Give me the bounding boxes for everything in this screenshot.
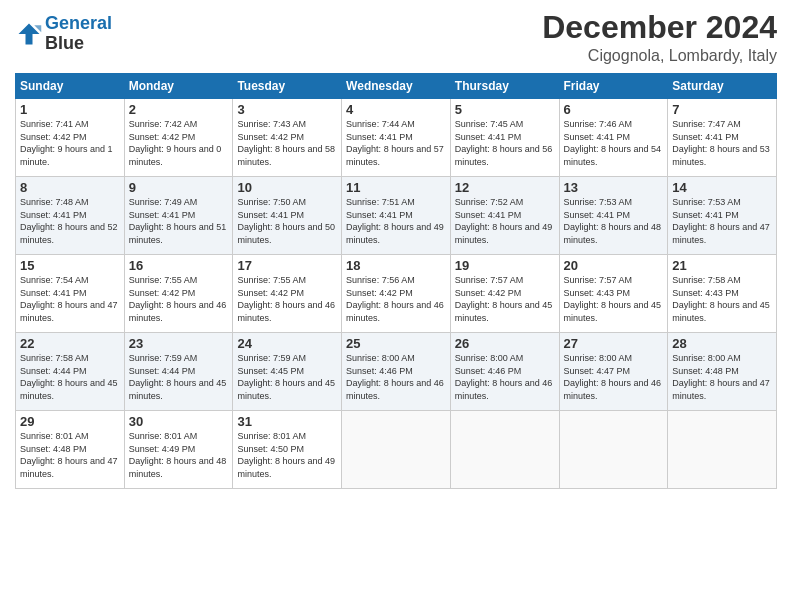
day-info: Sunrise: 7:53 AMSunset: 4:41 PMDaylight:… bbox=[672, 196, 772, 246]
day-info: Sunrise: 7:51 AMSunset: 4:41 PMDaylight:… bbox=[346, 196, 446, 246]
day-number: 14 bbox=[672, 180, 772, 195]
day-number: 2 bbox=[129, 102, 229, 117]
day-number: 6 bbox=[564, 102, 664, 117]
calendar-week-row: 29 Sunrise: 8:01 AMSunset: 4:48 PMDaylig… bbox=[16, 411, 777, 489]
day-info: Sunrise: 8:00 AMSunset: 4:46 PMDaylight:… bbox=[455, 352, 555, 402]
calendar-cell: 15 Sunrise: 7:54 AMSunset: 4:41 PMDaylig… bbox=[16, 255, 125, 333]
day-info: Sunrise: 7:46 AMSunset: 4:41 PMDaylight:… bbox=[564, 118, 664, 168]
calendar-cell: 26 Sunrise: 8:00 AMSunset: 4:46 PMDaylig… bbox=[450, 333, 559, 411]
calendar-cell bbox=[668, 411, 777, 489]
calendar-week-row: 1 Sunrise: 7:41 AMSunset: 4:42 PMDayligh… bbox=[16, 99, 777, 177]
day-number: 28 bbox=[672, 336, 772, 351]
day-number: 11 bbox=[346, 180, 446, 195]
day-info: Sunrise: 7:57 AMSunset: 4:42 PMDaylight:… bbox=[455, 274, 555, 324]
calendar-week-row: 8 Sunrise: 7:48 AMSunset: 4:41 PMDayligh… bbox=[16, 177, 777, 255]
col-sunday: Sunday bbox=[16, 74, 125, 99]
calendar-cell: 16 Sunrise: 7:55 AMSunset: 4:42 PMDaylig… bbox=[124, 255, 233, 333]
calendar-cell: 13 Sunrise: 7:53 AMSunset: 4:41 PMDaylig… bbox=[559, 177, 668, 255]
title-block: December 2024 Cigognola, Lombardy, Italy bbox=[542, 10, 777, 65]
logo-icon bbox=[15, 20, 43, 48]
day-info: Sunrise: 7:41 AMSunset: 4:42 PMDaylight:… bbox=[20, 118, 120, 168]
day-number: 12 bbox=[455, 180, 555, 195]
calendar-cell: 9 Sunrise: 7:49 AMSunset: 4:41 PMDayligh… bbox=[124, 177, 233, 255]
day-info: Sunrise: 7:45 AMSunset: 4:41 PMDaylight:… bbox=[455, 118, 555, 168]
day-info: Sunrise: 7:47 AMSunset: 4:41 PMDaylight:… bbox=[672, 118, 772, 168]
calendar-cell: 28 Sunrise: 8:00 AMSunset: 4:48 PMDaylig… bbox=[668, 333, 777, 411]
day-info: Sunrise: 8:00 AMSunset: 4:46 PMDaylight:… bbox=[346, 352, 446, 402]
day-number: 20 bbox=[564, 258, 664, 273]
calendar-cell: 6 Sunrise: 7:46 AMSunset: 4:41 PMDayligh… bbox=[559, 99, 668, 177]
day-number: 26 bbox=[455, 336, 555, 351]
day-number: 8 bbox=[20, 180, 120, 195]
day-number: 31 bbox=[237, 414, 337, 429]
day-info: Sunrise: 7:48 AMSunset: 4:41 PMDaylight:… bbox=[20, 196, 120, 246]
day-info: Sunrise: 7:42 AMSunset: 4:42 PMDaylight:… bbox=[129, 118, 229, 168]
calendar-cell: 12 Sunrise: 7:52 AMSunset: 4:41 PMDaylig… bbox=[450, 177, 559, 255]
page-header: GeneralBlue December 2024 Cigognola, Lom… bbox=[15, 10, 777, 65]
calendar-cell: 29 Sunrise: 8:01 AMSunset: 4:48 PMDaylig… bbox=[16, 411, 125, 489]
day-info: Sunrise: 8:01 AMSunset: 4:50 PMDaylight:… bbox=[237, 430, 337, 480]
calendar-cell: 3 Sunrise: 7:43 AMSunset: 4:42 PMDayligh… bbox=[233, 99, 342, 177]
calendar-cell: 11 Sunrise: 7:51 AMSunset: 4:41 PMDaylig… bbox=[342, 177, 451, 255]
day-number: 27 bbox=[564, 336, 664, 351]
day-info: Sunrise: 7:57 AMSunset: 4:43 PMDaylight:… bbox=[564, 274, 664, 324]
calendar-cell: 27 Sunrise: 8:00 AMSunset: 4:47 PMDaylig… bbox=[559, 333, 668, 411]
col-thursday: Thursday bbox=[450, 74, 559, 99]
day-number: 19 bbox=[455, 258, 555, 273]
calendar-cell: 21 Sunrise: 7:58 AMSunset: 4:43 PMDaylig… bbox=[668, 255, 777, 333]
day-info: Sunrise: 7:55 AMSunset: 4:42 PMDaylight:… bbox=[237, 274, 337, 324]
day-number: 29 bbox=[20, 414, 120, 429]
calendar-cell: 2 Sunrise: 7:42 AMSunset: 4:42 PMDayligh… bbox=[124, 99, 233, 177]
day-number: 16 bbox=[129, 258, 229, 273]
day-number: 5 bbox=[455, 102, 555, 117]
calendar-week-row: 15 Sunrise: 7:54 AMSunset: 4:41 PMDaylig… bbox=[16, 255, 777, 333]
day-number: 22 bbox=[20, 336, 120, 351]
logo-text: GeneralBlue bbox=[45, 14, 112, 54]
day-number: 3 bbox=[237, 102, 337, 117]
day-info: Sunrise: 8:00 AMSunset: 4:48 PMDaylight:… bbox=[672, 352, 772, 402]
calendar-container: GeneralBlue December 2024 Cigognola, Lom… bbox=[0, 0, 792, 612]
calendar-cell: 20 Sunrise: 7:57 AMSunset: 4:43 PMDaylig… bbox=[559, 255, 668, 333]
day-number: 15 bbox=[20, 258, 120, 273]
calendar-cell: 14 Sunrise: 7:53 AMSunset: 4:41 PMDaylig… bbox=[668, 177, 777, 255]
day-info: Sunrise: 7:54 AMSunset: 4:41 PMDaylight:… bbox=[20, 274, 120, 324]
day-info: Sunrise: 7:59 AMSunset: 4:45 PMDaylight:… bbox=[237, 352, 337, 402]
calendar-cell bbox=[342, 411, 451, 489]
logo: GeneralBlue bbox=[15, 14, 112, 54]
col-tuesday: Tuesday bbox=[233, 74, 342, 99]
day-info: Sunrise: 7:53 AMSunset: 4:41 PMDaylight:… bbox=[564, 196, 664, 246]
col-monday: Monday bbox=[124, 74, 233, 99]
day-number: 7 bbox=[672, 102, 772, 117]
calendar-cell: 1 Sunrise: 7:41 AMSunset: 4:42 PMDayligh… bbox=[16, 99, 125, 177]
calendar-cell bbox=[450, 411, 559, 489]
day-info: Sunrise: 7:44 AMSunset: 4:41 PMDaylight:… bbox=[346, 118, 446, 168]
calendar-cell: 5 Sunrise: 7:45 AMSunset: 4:41 PMDayligh… bbox=[450, 99, 559, 177]
day-number: 17 bbox=[237, 258, 337, 273]
day-info: Sunrise: 7:50 AMSunset: 4:41 PMDaylight:… bbox=[237, 196, 337, 246]
calendar-cell: 17 Sunrise: 7:55 AMSunset: 4:42 PMDaylig… bbox=[233, 255, 342, 333]
day-number: 21 bbox=[672, 258, 772, 273]
calendar-cell: 4 Sunrise: 7:44 AMSunset: 4:41 PMDayligh… bbox=[342, 99, 451, 177]
calendar-cell: 7 Sunrise: 7:47 AMSunset: 4:41 PMDayligh… bbox=[668, 99, 777, 177]
col-saturday: Saturday bbox=[668, 74, 777, 99]
day-number: 18 bbox=[346, 258, 446, 273]
day-number: 25 bbox=[346, 336, 446, 351]
col-friday: Friday bbox=[559, 74, 668, 99]
day-info: Sunrise: 7:58 AMSunset: 4:43 PMDaylight:… bbox=[672, 274, 772, 324]
day-number: 4 bbox=[346, 102, 446, 117]
day-number: 9 bbox=[129, 180, 229, 195]
calendar-cell bbox=[559, 411, 668, 489]
day-info: Sunrise: 7:58 AMSunset: 4:44 PMDaylight:… bbox=[20, 352, 120, 402]
day-info: Sunrise: 7:49 AMSunset: 4:41 PMDaylight:… bbox=[129, 196, 229, 246]
day-info: Sunrise: 7:55 AMSunset: 4:42 PMDaylight:… bbox=[129, 274, 229, 324]
calendar-cell: 30 Sunrise: 8:01 AMSunset: 4:49 PMDaylig… bbox=[124, 411, 233, 489]
day-info: Sunrise: 7:56 AMSunset: 4:42 PMDaylight:… bbox=[346, 274, 446, 324]
day-info: Sunrise: 7:59 AMSunset: 4:44 PMDaylight:… bbox=[129, 352, 229, 402]
calendar-cell: 8 Sunrise: 7:48 AMSunset: 4:41 PMDayligh… bbox=[16, 177, 125, 255]
day-info: Sunrise: 7:52 AMSunset: 4:41 PMDaylight:… bbox=[455, 196, 555, 246]
day-number: 24 bbox=[237, 336, 337, 351]
day-info: Sunrise: 7:43 AMSunset: 4:42 PMDaylight:… bbox=[237, 118, 337, 168]
day-number: 23 bbox=[129, 336, 229, 351]
location-text: Cigognola, Lombardy, Italy bbox=[542, 47, 777, 65]
calendar-week-row: 22 Sunrise: 7:58 AMSunset: 4:44 PMDaylig… bbox=[16, 333, 777, 411]
